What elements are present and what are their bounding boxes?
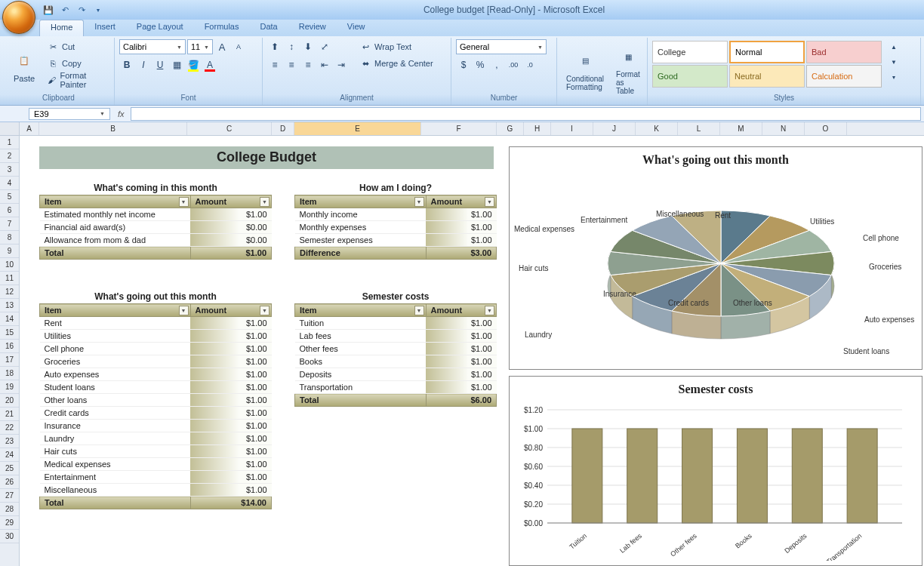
worksheet[interactable]: 1234567891011121314151617181920212223242…	[0, 136, 924, 566]
shrink-font-button[interactable]: A	[231, 39, 246, 54]
align-top-button[interactable]: ⬆	[267, 39, 282, 54]
underline-button[interactable]: U	[152, 57, 168, 72]
row-header[interactable]: 18	[0, 367, 19, 380]
align-left-button[interactable]: ≡	[267, 57, 282, 72]
style-good[interactable]: Good	[652, 65, 728, 88]
office-button[interactable]	[2, 1, 35, 34]
decrease-indent-button[interactable]: ⇤	[317, 57, 332, 72]
row-header[interactable]: 3	[0, 163, 19, 177]
col-header[interactable]: E	[294, 122, 421, 135]
filter-icon[interactable]: ▼	[260, 197, 270, 207]
col-header[interactable]: F	[421, 122, 497, 135]
row-header[interactable]: 25	[0, 462, 19, 475]
format-painter-button[interactable]: 🖌Format Painter	[44, 72, 109, 88]
style-bad[interactable]: Bad	[806, 41, 882, 63]
filter-icon[interactable]: ▼	[179, 197, 189, 207]
tab-formulas[interactable]: Formulas	[194, 20, 250, 36]
col-header[interactable]: K	[636, 122, 678, 135]
row-header[interactable]: 16	[0, 340, 19, 353]
orientation-button[interactable]: ⤢	[317, 39, 332, 54]
increase-decimal-button[interactable]: .00	[506, 57, 521, 72]
font-size-select[interactable]: 11▼	[187, 39, 213, 54]
col-header[interactable]: N	[762, 122, 805, 135]
paste-button[interactable]: 📋 Paste	[8, 39, 41, 92]
tab-page-layout[interactable]: Page Layout	[126, 20, 194, 36]
tab-view[interactable]: View	[337, 20, 376, 36]
tab-review[interactable]: Review	[288, 20, 337, 36]
percent-button[interactable]: %	[473, 57, 488, 72]
row-header[interactable]: 17	[0, 353, 19, 367]
tab-home[interactable]: Home	[39, 20, 84, 36]
decrease-decimal-button[interactable]: .0	[522, 57, 537, 72]
row-header[interactable]: 23	[0, 435, 19, 448]
tab-data[interactable]: Data	[249, 20, 288, 36]
copy-button[interactable]: ⎘Copy	[44, 56, 109, 71]
row-header[interactable]: 26	[0, 475, 19, 489]
col-header[interactable]: L	[678, 122, 720, 135]
row-header[interactable]: 15	[0, 326, 19, 340]
row-header[interactable]: 28	[0, 503, 19, 516]
merge-center-button[interactable]: ⬌Merge & Center	[356, 56, 436, 71]
col-header[interactable]: M	[720, 122, 762, 135]
row-header[interactable]: 10	[0, 258, 19, 272]
filter-icon[interactable]: ▼	[260, 306, 270, 315]
border-button[interactable]: ▦	[169, 57, 184, 72]
pie-chart[interactable]: What's going out this month RentUtilitie…	[509, 146, 922, 370]
filter-icon[interactable]: ▼	[485, 197, 494, 207]
row-header[interactable]: 19	[0, 380, 19, 394]
font-name-select[interactable]: Calibri▼	[119, 39, 186, 54]
gallery-up-icon[interactable]: ▲	[886, 39, 901, 54]
row-header[interactable]: 8	[0, 231, 19, 245]
col-header[interactable]: B	[39, 122, 187, 135]
row-header[interactable]: 24	[0, 448, 19, 462]
fill-color-button[interactable]: 🪣	[186, 57, 201, 72]
row-header[interactable]: 21	[0, 408, 19, 421]
row-header[interactable]: 12	[0, 285, 19, 299]
row-header[interactable]: 11	[0, 272, 19, 285]
col-header[interactable]: H	[524, 122, 551, 135]
row-header[interactable]: 13	[0, 299, 19, 312]
filter-icon[interactable]: ▼	[414, 197, 424, 207]
select-all-button[interactable]	[0, 122, 20, 136]
row-header[interactable]: 7	[0, 217, 19, 231]
filter-icon[interactable]: ▼	[485, 306, 494, 315]
qat-dropdown-icon[interactable]: ▼	[92, 4, 104, 16]
col-header[interactable]: J	[593, 122, 636, 135]
col-header[interactable]: D	[272, 122, 294, 135]
name-box[interactable]: E39▼	[29, 108, 110, 120]
italic-button[interactable]: I	[136, 57, 151, 72]
row-header[interactable]: 6	[0, 204, 19, 217]
filter-icon[interactable]: ▼	[414, 306, 424, 315]
formula-input[interactable]	[131, 107, 921, 121]
col-header[interactable]: A	[20, 122, 39, 135]
align-middle-button[interactable]: ↕	[284, 39, 299, 54]
row-header[interactable]: 2	[0, 149, 19, 163]
align-bottom-button[interactable]: ⬇	[300, 39, 316, 54]
row-header[interactable]: 5	[0, 190, 19, 204]
increase-indent-button[interactable]: ⇥	[334, 57, 349, 72]
redo-icon[interactable]: ↷	[75, 4, 88, 16]
row-header[interactable]: 29	[0, 516, 19, 530]
conditional-formatting-button[interactable]: ▤Conditional Formatting	[562, 39, 608, 100]
filter-icon[interactable]: ▼	[179, 306, 189, 315]
grow-font-button[interactable]: A	[214, 39, 229, 54]
row-header[interactable]: 27	[0, 489, 19, 503]
col-header[interactable]: O	[805, 122, 847, 135]
col-header[interactable]: I	[551, 122, 593, 135]
wrap-text-button[interactable]: ↩Wrap Text	[356, 39, 436, 54]
comma-button[interactable]: ,	[489, 57, 504, 72]
save-icon[interactable]: 💾	[42, 4, 54, 16]
gallery-down-icon[interactable]: ▼	[886, 54, 901, 69]
font-color-button[interactable]: A	[202, 57, 217, 72]
row-header[interactable]: 14	[0, 312, 19, 326]
row-header[interactable]: 1	[0, 136, 19, 149]
fx-icon[interactable]: fx	[118, 109, 125, 118]
style-college[interactable]: College	[652, 41, 728, 63]
number-format-select[interactable]: General▼	[456, 39, 547, 54]
row-header[interactable]: 22	[0, 421, 19, 435]
currency-button[interactable]: $	[456, 57, 471, 72]
row-header[interactable]: 9	[0, 245, 19, 258]
col-header[interactable]: G	[497, 122, 524, 135]
bar-chart[interactable]: Semester costs $1.20$1.00$0.80$0.60$0.40…	[509, 376, 922, 566]
cut-button[interactable]: ✂Cut	[44, 39, 109, 54]
